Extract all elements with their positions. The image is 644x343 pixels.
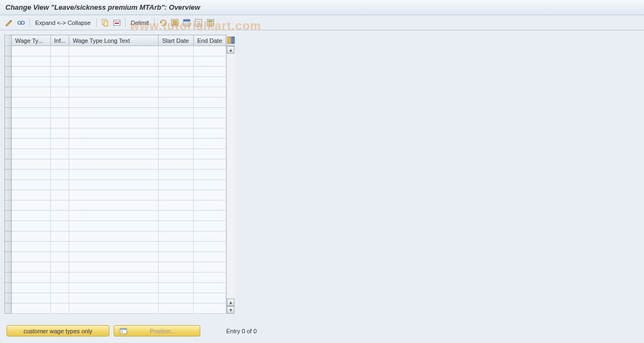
scroll-up2-icon[interactable]: ▲ [227, 299, 234, 306]
cell-inf[interactable] [51, 283, 69, 293]
cell-inf[interactable] [51, 170, 69, 180]
cell-long-text[interactable] [69, 159, 159, 170]
cell-end-date[interactable] [194, 221, 226, 231]
cell-long-text[interactable] [69, 118, 159, 128]
cell-long-text[interactable] [69, 303, 159, 314]
glasses-icon[interactable] [16, 18, 26, 28]
cell-end-date[interactable] [194, 67, 226, 77]
row-selector[interactable] [5, 98, 12, 108]
table-row[interactable] [5, 293, 226, 303]
cell-inf[interactable] [51, 139, 69, 149]
table-row[interactable] [5, 128, 226, 139]
table-row[interactable] [5, 303, 226, 314]
row-selector[interactable] [5, 200, 12, 211]
row-selector[interactable] [5, 231, 12, 242]
table-row[interactable] [5, 170, 226, 180]
cell-inf[interactable] [51, 273, 69, 283]
cell-long-text[interactable] [69, 46, 159, 56]
delete-row-icon[interactable] [112, 18, 122, 28]
cell-start-date[interactable] [159, 139, 194, 149]
cell-inf[interactable] [51, 98, 69, 108]
cell-wage-type[interactable] [12, 128, 51, 139]
cell-inf[interactable] [51, 87, 69, 98]
cell-inf[interactable] [51, 128, 69, 139]
cell-wage-type[interactable] [12, 211, 51, 221]
cell-wage-type[interactable] [12, 159, 51, 170]
cell-wage-type[interactable] [12, 139, 51, 149]
vertical-scrollbar[interactable]: ▲ ▲ ▼ [226, 35, 235, 314]
row-selector-header[interactable] [5, 35, 12, 46]
customer-wage-types-button[interactable]: customer wage types only [6, 325, 109, 336]
table-row[interactable] [5, 231, 226, 242]
cell-end-date[interactable] [194, 139, 226, 149]
cell-wage-type[interactable] [12, 46, 51, 56]
cell-end-date[interactable] [194, 242, 226, 252]
cell-inf[interactable] [51, 231, 69, 242]
cell-end-date[interactable] [194, 149, 226, 159]
cell-inf[interactable] [51, 180, 69, 190]
cell-start-date[interactable] [159, 252, 194, 262]
cell-start-date[interactable] [159, 98, 194, 108]
delimit-button[interactable]: Delimit [129, 20, 152, 26]
table-row[interactable] [5, 87, 226, 98]
row-selector[interactable] [5, 180, 12, 190]
cell-long-text[interactable] [69, 128, 159, 139]
cell-start-date[interactable] [159, 87, 194, 98]
cell-start-date[interactable] [159, 46, 194, 56]
cell-wage-type[interactable] [12, 262, 51, 273]
cell-long-text[interactable] [69, 293, 159, 303]
cell-start-date[interactable] [159, 211, 194, 221]
table-row[interactable] [5, 200, 226, 211]
cell-wage-type[interactable] [12, 283, 51, 293]
cell-inf[interactable] [51, 293, 69, 303]
cell-wage-type[interactable] [12, 87, 51, 98]
cell-wage-type[interactable] [12, 200, 51, 211]
cell-end-date[interactable] [194, 159, 226, 170]
cell-long-text[interactable] [69, 87, 159, 98]
position-button[interactable]: Position... [114, 325, 200, 336]
cell-inf[interactable] [51, 242, 69, 252]
row-selector[interactable] [5, 283, 12, 293]
table-row[interactable] [5, 242, 226, 252]
cell-long-text[interactable] [69, 170, 159, 180]
row-selector[interactable] [5, 242, 12, 252]
cell-end-date[interactable] [194, 87, 226, 98]
row-selector[interactable] [5, 252, 12, 262]
cell-start-date[interactable] [159, 190, 194, 200]
table-row[interactable] [5, 98, 226, 108]
row-selector[interactable] [5, 46, 12, 56]
cell-long-text[interactable] [69, 108, 159, 118]
cell-end-date[interactable] [194, 293, 226, 303]
row-selector[interactable] [5, 149, 12, 159]
cell-start-date[interactable] [159, 108, 194, 118]
cell-long-text[interactable] [69, 139, 159, 149]
cell-end-date[interactable] [194, 211, 226, 221]
cell-wage-type[interactable] [12, 108, 51, 118]
cell-inf[interactable] [51, 200, 69, 211]
cell-end-date[interactable] [194, 303, 226, 314]
cell-long-text[interactable] [69, 180, 159, 190]
print-icon[interactable] [206, 18, 215, 28]
cell-start-date[interactable] [159, 159, 194, 170]
cell-end-date[interactable] [194, 283, 226, 293]
cell-long-text[interactable] [69, 56, 159, 67]
cell-wage-type[interactable] [12, 170, 51, 180]
row-selector[interactable] [5, 190, 12, 200]
cell-start-date[interactable] [159, 56, 194, 67]
cell-wage-type[interactable] [12, 231, 51, 242]
cell-end-date[interactable] [194, 231, 226, 242]
cell-inf[interactable] [51, 159, 69, 170]
cell-long-text[interactable] [69, 149, 159, 159]
cell-inf[interactable] [51, 56, 69, 67]
cell-long-text[interactable] [69, 221, 159, 231]
cell-inf[interactable] [51, 67, 69, 77]
table-row[interactable] [5, 56, 226, 67]
table-row[interactable] [5, 283, 226, 293]
cell-inf[interactable] [51, 149, 69, 159]
cell-inf[interactable] [51, 77, 69, 87]
cell-wage-type[interactable] [12, 252, 51, 262]
table-row[interactable] [5, 46, 226, 56]
cell-start-date[interactable] [159, 303, 194, 314]
row-selector[interactable] [5, 293, 12, 303]
cell-wage-type[interactable] [12, 293, 51, 303]
